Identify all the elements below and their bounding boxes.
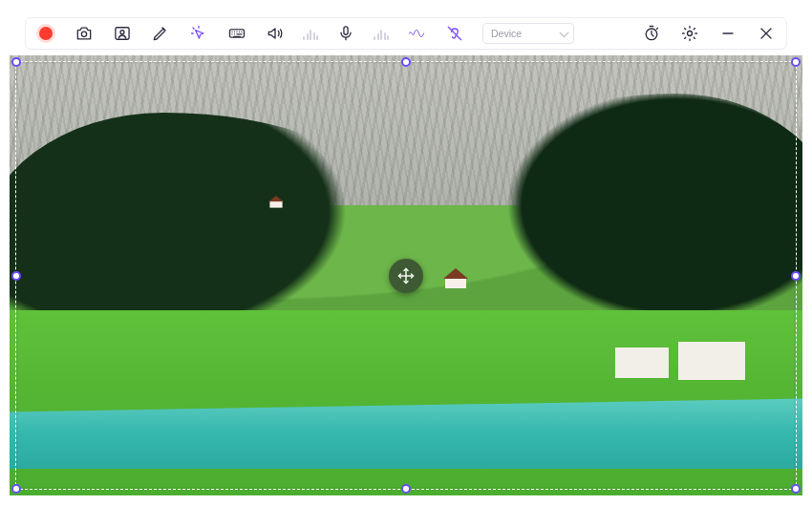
mic-level-icon: [374, 27, 389, 40]
toolbar: Device: [25, 17, 787, 50]
capture-selection[interactable]: [15, 61, 797, 490]
speaker-icon: [266, 24, 285, 43]
stopwatch-icon: [642, 24, 661, 43]
minimize-button[interactable]: [717, 23, 738, 44]
pencil-icon: [151, 24, 170, 43]
camera-icon: [75, 24, 94, 43]
keyboard-icon: [227, 24, 246, 43]
screenshot-button[interactable]: [74, 23, 95, 44]
resize-handle-tr[interactable]: [791, 57, 801, 67]
move-icon: [396, 266, 416, 285]
audio-source-select[interactable]: Device: [482, 23, 574, 44]
settings-button[interactable]: [679, 23, 700, 44]
system-sound-button[interactable]: [265, 23, 286, 44]
svg-point-0: [81, 32, 86, 36]
timer-button[interactable]: [641, 23, 662, 44]
cursor-highlight-button[interactable]: [188, 23, 209, 44]
captured-content: [10, 55, 802, 495]
audio-enhance-button[interactable]: [406, 23, 427, 44]
move-handle[interactable]: [389, 259, 423, 293]
resize-handle-tm[interactable]: [401, 57, 411, 67]
keystroke-button[interactable]: [226, 23, 247, 44]
resize-handle-ml[interactable]: [11, 271, 21, 281]
resize-handle-bl[interactable]: [11, 484, 21, 494]
noise-cancel-button[interactable]: [444, 23, 465, 44]
ear-off-icon: [445, 24, 464, 43]
webcam-button[interactable]: [112, 23, 133, 44]
record-icon: [39, 27, 53, 40]
minimize-icon: [718, 24, 737, 43]
svg-rect-4: [344, 27, 348, 34]
cursor-click-icon: [189, 24, 208, 43]
record-button[interactable]: [35, 23, 56, 44]
close-button[interactable]: [756, 23, 777, 44]
svg-point-2: [120, 31, 124, 34]
resize-handle-mr[interactable]: [791, 271, 801, 281]
system-sound-level-icon: [303, 27, 318, 40]
capture-stage: [10, 55, 802, 495]
audio-source-value: Device: [491, 28, 522, 39]
resize-handle-bm[interactable]: [401, 484, 411, 494]
soundwave-icon: [407, 24, 426, 43]
microphone-button[interactable]: [335, 23, 356, 44]
resize-handle-tl[interactable]: [11, 57, 21, 67]
close-icon: [757, 24, 776, 43]
resize-handle-br[interactable]: [791, 484, 801, 494]
draw-button[interactable]: [150, 23, 171, 44]
person-frame-icon: [113, 24, 132, 43]
svg-point-6: [688, 32, 693, 36]
microphone-icon: [336, 24, 355, 43]
svg-rect-1: [116, 28, 129, 40]
gear-icon: [680, 24, 699, 43]
